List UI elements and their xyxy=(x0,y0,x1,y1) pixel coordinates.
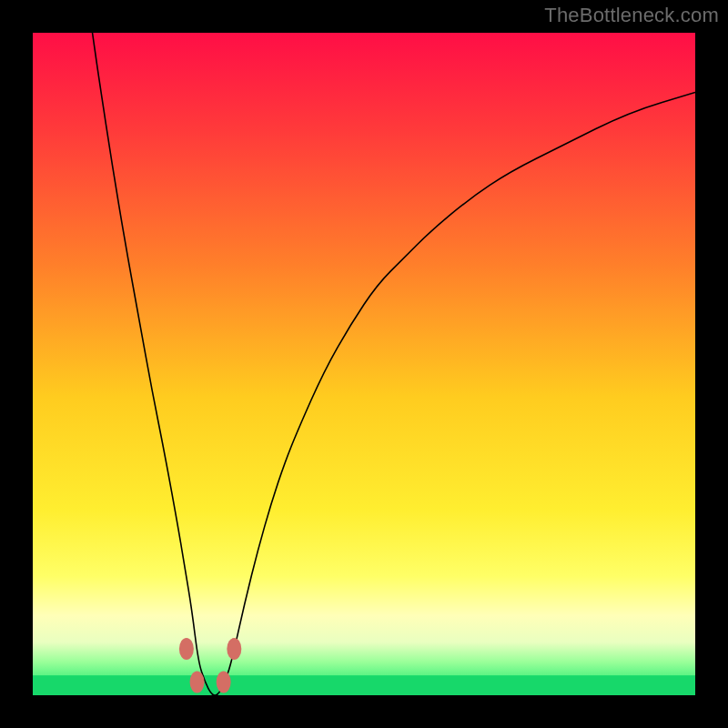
chart-svg xyxy=(33,33,695,695)
marker-dot xyxy=(227,638,241,660)
watermark-text: TheBottleneck.com xyxy=(544,4,719,27)
green-band xyxy=(33,675,695,695)
chart-frame: TheBottleneck.com xyxy=(0,0,728,728)
marker-dot xyxy=(217,671,231,693)
plot-area xyxy=(33,33,695,695)
gradient-bg xyxy=(33,33,695,695)
marker-dot xyxy=(190,671,205,693)
marker-dot xyxy=(179,638,194,660)
